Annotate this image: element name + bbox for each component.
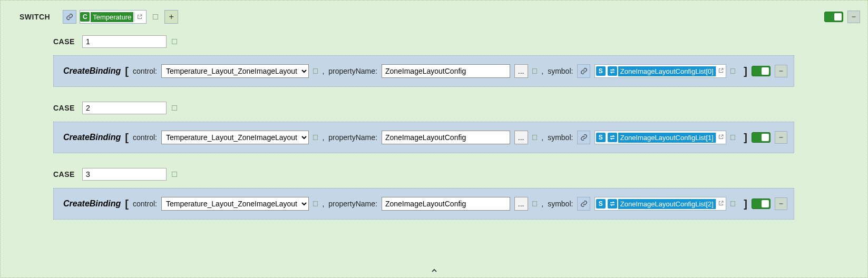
spacer-marker — [172, 39, 177, 44]
switch-enabled-toggle[interactable] — [824, 12, 843, 22]
case-header: CASE — [53, 35, 860, 48]
symbol-chip[interactable]: S ZoneImageLayoutConfigList[1] — [594, 131, 726, 144]
chip-letter-icon: C — [80, 12, 90, 22]
control-select[interactable]: Temperature_Layout_ZoneImageLayout — [161, 131, 309, 144]
createbinding-block: CreateBinding [ control: Temperature_Lay… — [53, 55, 794, 87]
case-block: CASE CreateBinding [ control: Temperatur… — [53, 35, 860, 87]
symbol-s-icon: S — [596, 133, 606, 142]
param-control-label: control: — [133, 67, 157, 75]
close-bracket-icon: ] — [744, 132, 747, 144]
chevron-up-icon[interactable] — [428, 266, 441, 275]
ellipsis-icon: ... — [518, 67, 524, 75]
param-property-label: propertyName: — [328, 133, 377, 142]
collapse-footer — [1, 266, 867, 275]
comma: , — [322, 133, 324, 142]
param-property-label: propertyName: — [328, 67, 377, 75]
add-case-button[interactable]: + — [164, 10, 178, 24]
case-keyword: CASE — [53, 170, 75, 178]
switch-block: SWITCH C Temperature + CASE — [0, 0, 868, 278]
popout-icon[interactable] — [716, 199, 726, 208]
close-bracket-icon: ] — [744, 198, 747, 210]
switch-expression-text: Temperature — [91, 12, 133, 22]
symbol-chip[interactable]: S ZoneImageLayoutConfigList[0] — [594, 64, 726, 78]
switch-header: SWITCH C Temperature + — [8, 10, 860, 24]
function-name: CreateBinding — [63, 66, 121, 76]
property-name-input[interactable] — [382, 131, 510, 144]
property-picker-button[interactable]: ... — [514, 197, 528, 211]
link-icon-button[interactable] — [63, 10, 76, 24]
remove-switch-button[interactable] — [847, 11, 860, 23]
plus-icon: + — [169, 12, 174, 22]
symbol-s-icon: S — [596, 199, 606, 208]
popout-icon[interactable] — [716, 66, 726, 76]
case-keyword: CASE — [53, 104, 75, 112]
symbol-swap-icon — [608, 199, 617, 208]
binding-enabled-toggle[interactable] — [752, 66, 771, 76]
binding-enabled-toggle[interactable] — [752, 198, 771, 209]
symbol-s-icon: S — [596, 66, 606, 76]
property-picker-button[interactable]: ... — [514, 64, 528, 78]
function-name: CreateBinding — [63, 199, 121, 208]
remove-binding-button[interactable] — [775, 65, 787, 77]
link-icon-button[interactable] — [577, 131, 590, 144]
spacer-marker — [313, 68, 318, 74]
case-value-input[interactable] — [82, 102, 167, 114]
symbol-swap-icon — [608, 133, 617, 142]
function-name: CreateBinding — [63, 133, 121, 142]
open-bracket-icon: [ — [125, 132, 129, 144]
symbol-chip[interactable]: S ZoneImageLayoutConfigList[2] — [594, 197, 726, 211]
ellipsis-icon: ... — [518, 133, 524, 142]
case-block: CASE CreateBinding [ control: Temperatur… — [53, 102, 860, 153]
comma: , — [541, 133, 543, 142]
control-select[interactable]: Temperature_Layout_ZoneImageLayout — [161, 197, 309, 211]
property-name-input[interactable] — [382, 64, 510, 78]
spacer-marker — [532, 68, 537, 74]
spacer-marker — [313, 135, 318, 140]
switch-header-controls — [824, 11, 860, 23]
close-bracket-icon: ] — [744, 65, 747, 77]
case-header: CASE — [53, 168, 860, 181]
comma: , — [541, 200, 543, 208]
spacer-marker — [172, 105, 177, 111]
control-select[interactable]: Temperature_Layout_ZoneImageLayout — [161, 64, 309, 78]
param-property-label: propertyName: — [328, 200, 377, 208]
param-control-label: control: — [133, 133, 157, 142]
param-control-label: control: — [133, 200, 157, 208]
property-picker-button[interactable]: ... — [514, 131, 528, 144]
link-icon-button[interactable] — [577, 64, 590, 78]
case-keyword: CASE — [53, 37, 75, 46]
comma: , — [541, 67, 543, 75]
switch-expression-chip[interactable]: C Temperature — [80, 10, 147, 24]
spacer-marker — [532, 135, 537, 140]
symbol-text: ZoneImageLayoutConfigList[2] — [618, 199, 716, 209]
popout-icon[interactable] — [716, 133, 726, 142]
case-value-input[interactable] — [82, 168, 167, 181]
spacer-marker — [730, 201, 735, 206]
binding-enabled-toggle[interactable] — [752, 132, 771, 143]
spacer-marker — [153, 14, 158, 19]
remove-binding-button[interactable] — [775, 131, 787, 144]
remove-binding-button[interactable] — [775, 197, 787, 210]
ellipsis-icon: ... — [518, 200, 524, 208]
spacer-marker — [730, 135, 735, 140]
symbol-text: ZoneImageLayoutConfigList[0] — [618, 66, 716, 76]
popout-icon[interactable] — [134, 12, 144, 22]
switch-keyword: SWITCH — [19, 13, 50, 21]
spacer-marker — [172, 172, 177, 177]
property-name-input[interactable] — [382, 197, 510, 211]
param-symbol-label: symbol: — [548, 67, 573, 75]
symbol-swap-icon — [608, 66, 617, 76]
comma: , — [322, 200, 324, 208]
spacer-marker — [730, 68, 735, 74]
case-value-input[interactable] — [82, 35, 167, 48]
spacer-marker — [532, 201, 537, 206]
comma: , — [322, 67, 324, 75]
createbinding-block: CreateBinding [ control: Temperature_Lay… — [53, 122, 794, 153]
case-header: CASE — [53, 102, 860, 114]
link-icon-button[interactable] — [577, 197, 590, 211]
createbinding-block: CreateBinding [ control: Temperature_Lay… — [53, 188, 794, 220]
open-bracket-icon: [ — [125, 198, 129, 210]
case-block: CASE CreateBinding [ control: Temperatur… — [53, 168, 860, 220]
case-list: CASE CreateBinding [ control: Temperatur… — [53, 35, 860, 220]
symbol-text: ZoneImageLayoutConfigList[1] — [618, 133, 716, 143]
